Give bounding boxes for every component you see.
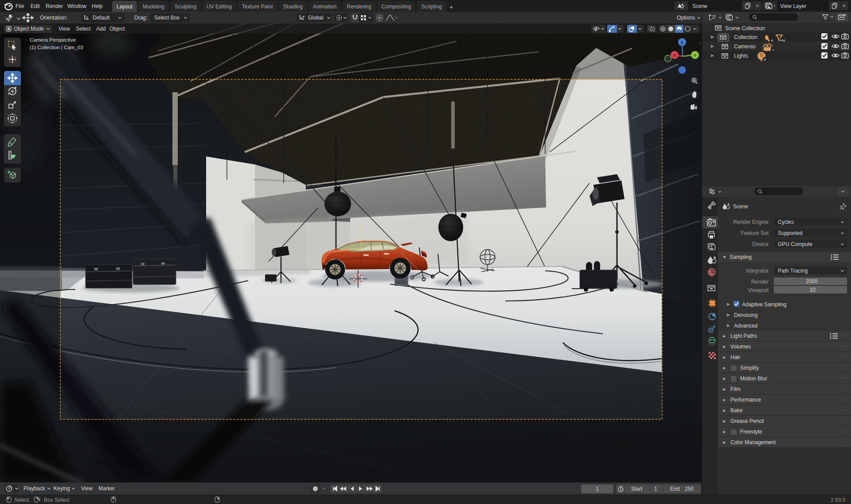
svg-text:8: 8 [764, 58, 766, 62]
svg-text:Y: Y [694, 53, 696, 58]
svg-text:‹: ‹ [699, 41, 701, 46]
svg-text:+99: +99 [779, 39, 785, 43]
svg-text:Z: Z [681, 40, 683, 45]
svg-text:8: 8 [771, 39, 773, 43]
svg-text:X: X [673, 53, 676, 58]
